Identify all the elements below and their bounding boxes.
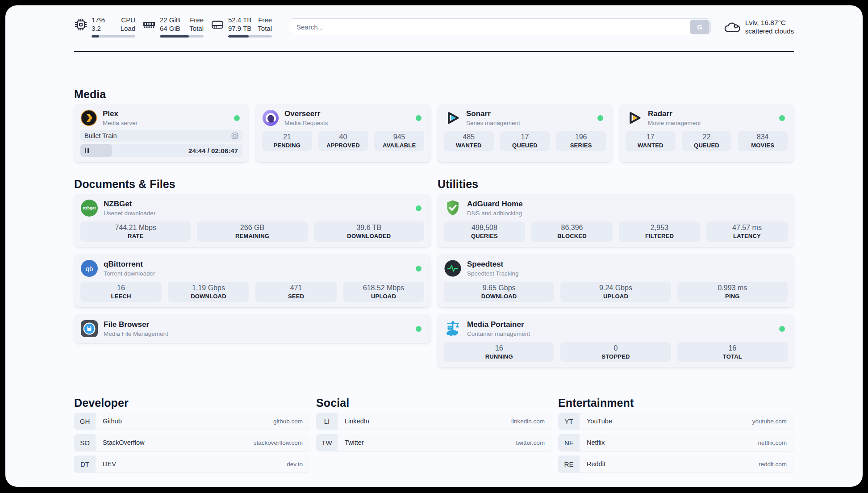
stat-box: 16 TOTAL (677, 342, 788, 362)
section-title-entertainment: Entertainment (558, 396, 794, 409)
status-dot (234, 115, 240, 121)
stat-box: 39.6 TB DOWNLOADED (314, 221, 424, 242)
stat-label: AVAILABLE (383, 142, 416, 149)
stat-value: 16 (728, 344, 736, 352)
bookmark-abbr: NF (558, 434, 580, 451)
now-playing-title: Bullet Train (84, 132, 117, 139)
stat-label: QUEUED (694, 142, 719, 149)
stat-box: 0.993 ms PING (677, 282, 788, 302)
service-subtitle: Speedtest Tracking (467, 270, 519, 277)
service-card-adguard[interactable]: AdGuard Home DNS and adblocking 498,508 … (438, 194, 794, 247)
bookmark-name: Github (103, 418, 122, 425)
stat-value: 40 (339, 133, 347, 141)
bookmark-row[interactable]: SO StackOverflow stackoverflow.com (74, 434, 310, 451)
stat-label: PENDING (274, 142, 301, 149)
stat-label: STOPPED (601, 353, 630, 360)
stat-label: APPROVED (326, 142, 360, 149)
now-playing-bar: Bullet Train (80, 130, 242, 142)
sonarr-icon (444, 109, 461, 126)
section-media: Media (74, 88, 794, 162)
stat-label: UPLOAD (371, 293, 396, 300)
qbittorrent-icon: qb (80, 259, 98, 277)
stat-box: 9.65 Gbps DOWNLOAD (444, 282, 554, 302)
service-title: Media Portainer (467, 320, 530, 329)
service-subtitle: Movie management (648, 120, 701, 126)
service-subtitle: Media Requests (284, 120, 328, 126)
bookmark-row[interactable]: YT YouTube youtube.com (558, 413, 794, 430)
stat-label: REMAINING (235, 233, 269, 239)
bookmark-row[interactable]: TW Twitter twitter.com (316, 434, 552, 451)
bookmark-row[interactable]: NF Netflix netflix.com (558, 434, 794, 451)
resource-label: Total (189, 25, 204, 33)
stat-value: 945 (393, 133, 405, 141)
bookmark-abbr: LI (316, 413, 338, 430)
pause-icon (85, 148, 89, 153)
screen-icon (231, 132, 238, 139)
service-title: qBittorrent (104, 260, 155, 269)
search-shortcut-badge[interactable]: G (690, 20, 709, 34)
resource-value: 3.2 (92, 25, 105, 33)
bookmark-url: netflix.com (758, 439, 787, 446)
resource-label: CPU (121, 16, 135, 25)
service-card-sonarr[interactable]: Sonarr Series management 485 WANTED (438, 104, 612, 162)
service-card-filebrowser[interactable]: File Browser Media File Management (74, 314, 430, 343)
resource-monitor-memory: 22 GiB 64 GiB Free Total (142, 16, 204, 38)
stat-value: 47.57 ms (732, 224, 762, 232)
adguard-icon (444, 199, 462, 217)
resource-value: 52.4 TB (228, 16, 251, 25)
search-input[interactable] (289, 18, 711, 35)
service-card-nzbget[interactable]: nzbget NZBGet Usenet downloader (74, 194, 430, 247)
bookmark-abbr: TW (316, 434, 338, 451)
service-card-plex[interactable]: Plex Media server Bullet Train (74, 104, 249, 162)
stat-label: TOTAL (723, 353, 742, 360)
stat-box: 618.52 Mbps UPLOAD (343, 282, 424, 302)
resource-value: 64 GiB (160, 25, 180, 33)
speedtest-icon (444, 259, 462, 277)
bookmark-row[interactable]: RE Reddit reddit.com (558, 455, 794, 472)
service-card-qbittorrent[interactable]: qb qBittorrent Torrent downloader (74, 254, 430, 307)
resource-value: 17% (92, 16, 105, 25)
stat-box: 17 WANTED (626, 131, 676, 151)
stat-label: DOWNLOAD (191, 293, 226, 300)
stat-box: 9.24 Gbps UPLOAD (560, 282, 671, 302)
search-bar: G (289, 18, 711, 35)
bookmark-url: github.com (273, 418, 303, 425)
stat-label: BLOCKED (557, 233, 587, 239)
service-card-speedtest[interactable]: Speedtest Speedtest Tracking 9.65 Gbps D… (438, 254, 794, 307)
bookmark-name: DEV (103, 460, 116, 468)
disk-usage-bar (228, 35, 272, 38)
stat-label: DOWNLOAD (481, 293, 517, 300)
stat-box: 22 QUEUED (682, 131, 732, 151)
stat-box: 47.57 ms LATENCY (706, 221, 788, 242)
stat-value: 9.65 Gbps (483, 284, 516, 292)
bookmark-row[interactable]: GH Github github.com (74, 413, 310, 430)
stat-value: 1.19 Gbps (192, 284, 225, 292)
service-title: AdGuard Home (467, 200, 523, 209)
stat-label: RUNNING (485, 353, 513, 360)
bookmark-row[interactable]: DT DEV dev.to (74, 455, 310, 472)
bookmark-row[interactable]: LI LinkedIn linkedin.com (316, 413, 552, 430)
resource-monitor-disk: 52.4 TB 97.9 TB Free Total (211, 16, 272, 38)
bookmark-abbr: RE (558, 455, 580, 472)
stat-value: 17 (647, 133, 655, 141)
bookmark-group-developer: Developer GH Github github.com SO StackO… (74, 396, 310, 472)
status-dot (416, 205, 421, 211)
service-card-radarr[interactable]: Radarr Movie management 17 WANTED (619, 104, 794, 162)
bookmark-abbr: GH (74, 413, 96, 430)
stat-value: 86,396 (561, 224, 583, 232)
nzbget-icon-text: nzbget (83, 206, 96, 210)
topbar: 17% 3.2 CPU Load (74, 16, 794, 38)
stat-label: QUEUED (512, 142, 538, 149)
status-dot (779, 115, 785, 121)
stat-label: RATE (128, 233, 143, 239)
plex-icon (80, 109, 97, 126)
service-subtitle: Torrent downloader (104, 270, 155, 277)
bookmark-url: linkedin.com (511, 418, 545, 425)
cloud-icon (723, 20, 740, 34)
service-card-portainer[interactable]: Media Portainer Container management 16 … (438, 314, 794, 368)
resource-value: 97.9 TB (228, 25, 251, 33)
service-card-overseerr[interactable]: Overseerr Media Requests 21 PENDING (256, 104, 430, 162)
section-utilities: Utilities (438, 177, 794, 368)
service-title: Overseerr (284, 109, 328, 118)
weather-location: Lviv, 16.87°C (745, 18, 794, 27)
